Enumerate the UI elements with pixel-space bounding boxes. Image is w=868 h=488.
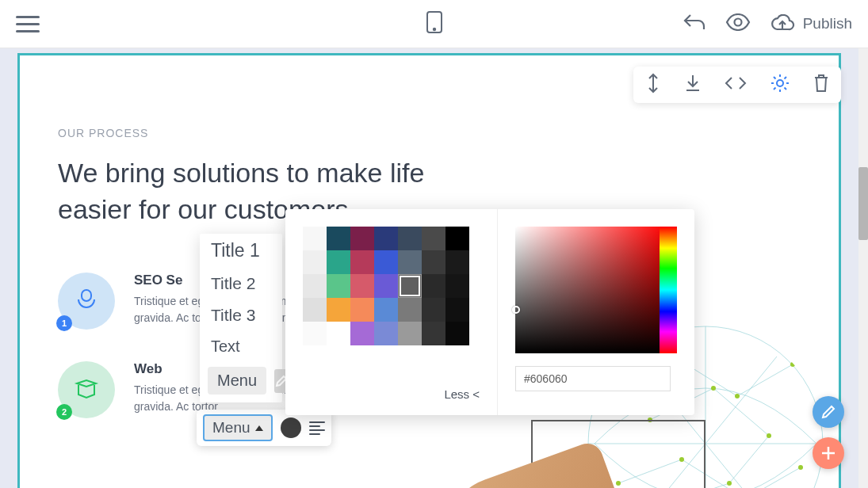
svg-point-5 xyxy=(735,394,740,398)
color-swatch[interactable] xyxy=(422,227,445,250)
text-style-dropdown: Title 1 Title 2 Title 3 Text Menu xyxy=(200,234,282,402)
svg-point-16 xyxy=(777,80,783,86)
custom-color-panel xyxy=(498,209,694,415)
color-swatch[interactable] xyxy=(445,250,469,274)
trash-icon[interactable] xyxy=(813,73,830,97)
color-swatch[interactable] xyxy=(303,322,327,345)
undo-icon[interactable] xyxy=(683,12,706,36)
svg-point-11 xyxy=(767,433,771,438)
dropdown-item-text[interactable]: Text xyxy=(200,331,282,362)
svg-point-2 xyxy=(734,19,741,26)
color-swatch[interactable] xyxy=(327,227,350,250)
feature-icon-seo: 1 xyxy=(58,273,115,330)
color-swatch[interactable] xyxy=(422,250,445,274)
color-swatch[interactable] xyxy=(350,250,374,274)
color-swatch[interactable] xyxy=(374,227,398,250)
color-swatch[interactable] xyxy=(398,298,422,322)
less-toggle[interactable]: Less < xyxy=(444,387,480,401)
section-eyebrow[interactable]: OUR PROCESS xyxy=(58,127,801,139)
color-swatch[interactable] xyxy=(374,322,398,345)
feature-badge: 1 xyxy=(56,315,72,331)
gear-icon[interactable] xyxy=(770,73,790,97)
move-vertical-icon[interactable] xyxy=(644,73,662,97)
publish-label: Publish xyxy=(803,15,852,32)
color-swatch[interactable] xyxy=(398,250,422,274)
color-swatch[interactable] xyxy=(445,322,469,345)
hex-input[interactable] xyxy=(515,366,671,391)
text-style-selector-label: Menu xyxy=(212,419,250,437)
color-swatch[interactable] xyxy=(422,298,445,322)
sv-cursor[interactable] xyxy=(512,306,520,314)
color-swatch[interactable] xyxy=(327,250,350,274)
text-color-swatch[interactable] xyxy=(281,417,301,438)
color-swatch[interactable] xyxy=(327,274,350,298)
fab-add-button[interactable] xyxy=(813,437,844,469)
color-swatch[interactable] xyxy=(327,298,350,322)
scrollbar-thumb[interactable] xyxy=(858,167,868,240)
svg-point-1 xyxy=(433,29,434,30)
color-swatch[interactable] xyxy=(327,322,350,345)
feature-icon-web: 2 xyxy=(58,361,115,418)
svg-point-10 xyxy=(711,386,716,391)
color-swatch[interactable] xyxy=(303,298,327,322)
color-swatch[interactable] xyxy=(398,322,422,345)
align-left-icon[interactable] xyxy=(309,421,325,435)
preview-eye-icon[interactable] xyxy=(725,13,751,34)
svg-point-6 xyxy=(790,362,795,367)
svg-point-9 xyxy=(798,465,803,470)
color-swatch[interactable] xyxy=(422,274,445,298)
publish-cloud-icon[interactable]: Publish xyxy=(770,14,852,33)
section-toolbar xyxy=(633,67,841,103)
color-swatch[interactable] xyxy=(303,250,327,274)
saturation-value-box[interactable] xyxy=(515,227,667,353)
color-swatch[interactable] xyxy=(398,274,422,298)
color-swatch[interactable] xyxy=(350,274,374,298)
color-swatch[interactable] xyxy=(445,227,469,250)
color-swatch[interactable] xyxy=(445,274,469,298)
color-swatch[interactable] xyxy=(350,322,374,345)
color-swatch[interactable] xyxy=(350,227,374,250)
hamburger-menu-icon[interactable] xyxy=(16,16,40,32)
mobile-preview-icon[interactable] xyxy=(426,23,443,36)
menu-chip[interactable]: Menu xyxy=(208,367,266,395)
color-swatch[interactable] xyxy=(374,274,398,298)
swatch-grid xyxy=(303,227,480,345)
color-swatch[interactable] xyxy=(303,274,327,298)
code-icon[interactable] xyxy=(724,74,748,95)
fab-edit-button[interactable] xyxy=(813,396,844,428)
color-swatch[interactable] xyxy=(422,322,445,345)
dropdown-item-title3[interactable]: Title 3 xyxy=(200,299,282,331)
color-swatch[interactable] xyxy=(303,227,327,250)
feature-badge: 2 xyxy=(56,404,72,420)
chevron-up-icon xyxy=(255,425,263,431)
download-icon[interactable] xyxy=(684,74,702,96)
color-swatch[interactable] xyxy=(445,298,469,322)
menu-chip-label: Menu xyxy=(217,372,257,390)
dropdown-item-title1[interactable]: Title 1 xyxy=(200,234,282,268)
color-picker: Less < xyxy=(285,209,694,415)
hue-slider[interactable] xyxy=(660,227,677,353)
svg-point-12 xyxy=(727,481,732,486)
topbar: Publish xyxy=(0,0,868,48)
dropdown-item-title2[interactable]: Title 2 xyxy=(200,268,282,299)
color-swatch[interactable] xyxy=(398,227,422,250)
color-swatch[interactable] xyxy=(350,298,374,322)
color-swatch[interactable] xyxy=(374,298,398,322)
swatch-panel: Less < xyxy=(285,209,498,415)
color-swatch[interactable] xyxy=(374,250,398,274)
scrollbar[interactable] xyxy=(858,48,868,488)
text-style-selector[interactable]: Menu xyxy=(203,414,273,441)
